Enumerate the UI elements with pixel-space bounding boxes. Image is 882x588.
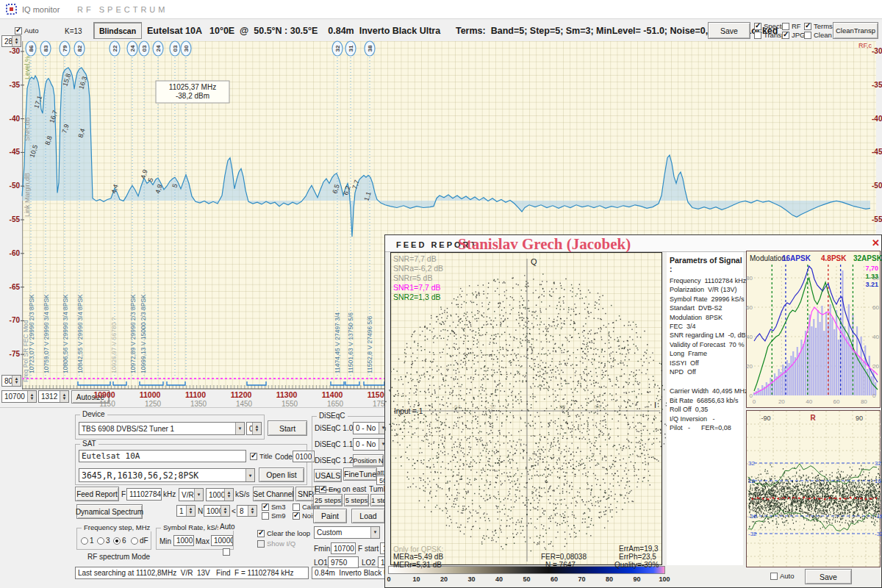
- finetune-button[interactable]: FineTune: [343, 467, 377, 481]
- tuner-dropdown[interactable]: TBS 6908 DVBS/S2 Tuner 1▼: [79, 422, 245, 435]
- blindscan-button[interactable]: Blindscan: [93, 22, 142, 39]
- sm9-checkbox[interactable]: Sm9: [262, 512, 286, 520]
- snr-line: SNRa=-6,2 dB: [393, 264, 443, 273]
- jpg-checkbox[interactable]: JPG: [782, 31, 805, 39]
- n-label: N: [198, 507, 203, 515]
- erram-label: ErrAm=19,3: [619, 545, 659, 553]
- radio-step-1[interactable]: 1: [81, 537, 94, 545]
- paint-button[interactable]: Paint: [313, 509, 347, 523]
- modulation-chart: 002020404060608080020406080Modulation:16…: [746, 251, 881, 408]
- n3-spinner[interactable]: 8▲▼: [237, 505, 257, 517]
- autosize-button[interactable]: Autosize: [71, 390, 110, 404]
- satellite-title: Eutelsat 10A 10°0E @ 50.5°N : 30.5°E 0.8…: [147, 26, 778, 36]
- show-iq-checkbox[interactable]: Show I/Q: [257, 539, 295, 548]
- radio-step-df[interactable]: dF: [131, 537, 148, 545]
- diseqc10-dropdown[interactable]: 0 - No▼: [353, 422, 388, 434]
- symbolrate-spinner[interactable]: 1000▲▼: [206, 488, 234, 501]
- svg-text:-50: -50: [10, 182, 21, 190]
- frequency-field[interactable]: 11102784: [126, 488, 162, 501]
- start-freq-spinner[interactable]: 10700▲▼: [1, 390, 37, 403]
- svg-text:-32: -32: [875, 531, 882, 537]
- fmin-field[interactable]: 10700: [331, 542, 356, 554]
- feed-report-button[interactable]: Feed Report: [75, 487, 119, 501]
- colorbar-tick: 60: [547, 576, 562, 583]
- steps-5-button[interactable]: 5 steps: [344, 494, 369, 506]
- colorbar-tick: 50: [520, 576, 534, 583]
- clear-loop-checkbox[interactable]: Clear the loop: [257, 529, 310, 537]
- svg-text:-32: -32: [487, 404, 496, 410]
- polarization-dropdown[interactable]: V/R▼: [179, 488, 204, 501]
- diseqc12-label: DiSEqC 1.2: [315, 456, 353, 465]
- svg-text:11200: 11200: [231, 390, 252, 399]
- auto-checkbox[interactable]: Auto: [15, 26, 39, 35]
- position-n-button[interactable]: Position N: [353, 454, 384, 467]
- svg-text:11100: 11100: [185, 390, 206, 399]
- svg-text:40: 40: [872, 334, 879, 340]
- clean-checkbox[interactable]: Clean: [804, 31, 832, 39]
- svg-text:-40: -40: [10, 115, 21, 123]
- svg-text:-16: -16: [875, 513, 882, 520]
- min-field[interactable]: 1000: [173, 535, 194, 546]
- open-list-button[interactable]: Open list: [259, 467, 304, 482]
- radio-step-6[interactable]: 6: [113, 537, 126, 545]
- svg-text:16: 16: [748, 478, 755, 484]
- lo1-field[interactable]: 9750: [328, 556, 359, 568]
- signal-params-panel: Parametrs of Signal : Frequency 11102784…: [667, 252, 743, 565]
- svg-text:-16: -16: [748, 513, 757, 520]
- svg-text:-32: -32: [748, 531, 757, 537]
- save-spectrum-button[interactable]: Save: [708, 22, 750, 39]
- start-button[interactable]: Start: [268, 420, 307, 436]
- diseqc11-dropdown[interactable]: 0 - No▼: [353, 438, 388, 451]
- ksps-label: kS/s: [235, 490, 249, 498]
- sm3-checkbox[interactable]: Sm3: [262, 503, 286, 511]
- svg-text:32APSK: 32APSK: [853, 254, 882, 262]
- colorbar-tick: 10: [409, 576, 424, 583]
- channel-dropdown[interactable]: 3645,R,16130,56,S2;8PSK▼: [79, 468, 255, 482]
- dynamical-spectrum-button[interactable]: Dynamical Spectrum: [76, 504, 143, 519]
- span-spinner[interactable]: 1312▲▼: [38, 390, 69, 403]
- svg-text:40: 40: [806, 398, 812, 405]
- feed-save-button[interactable]: Save: [805, 569, 852, 584]
- n1-spinner[interactable]: 1▲▼: [176, 505, 196, 517]
- cleantransp-button[interactable]: CleanTransp: [833, 22, 878, 39]
- merr-label: MERr=5,31 dB: [393, 561, 442, 569]
- svg-text:-35: -35: [10, 81, 21, 89]
- f-label: F: [121, 490, 126, 498]
- feed-report-window: FEED REPORT Stanislav Grech (Jacobek) ✕ …: [384, 234, 882, 588]
- radio-step-3[interactable]: 3: [97, 537, 110, 545]
- svg-text:90: 90: [856, 415, 863, 422]
- sat-name-field[interactable]: Eutelsat 10A: [79, 450, 246, 462]
- auto-sr-checkbox[interactable]: [223, 548, 230, 556]
- colorbar-tick: 80: [602, 576, 617, 583]
- svg-text:-60: -60: [10, 249, 21, 257]
- custom-dropdown[interactable]: Custom▼: [314, 526, 380, 539]
- title-checkbox[interactable]: Title: [250, 452, 273, 460]
- svg-text:-45: -45: [10, 148, 21, 156]
- usals-button[interactable]: USALS: [314, 469, 342, 482]
- rf-checkbox[interactable]: RF: [782, 22, 801, 30]
- colorbar-tick: 70: [575, 576, 589, 583]
- snr-overlay: SNR=7,7 dBSNRa=-6,2 dBSNRr=5 dBSNR1=7,7 …: [393, 254, 443, 302]
- phase-error-chart: 32321616-16-16-32-32-90R90: [746, 410, 881, 567]
- east-label: E <----- on east: [315, 485, 366, 493]
- max-field[interactable]: 10000: [211, 535, 233, 546]
- tuner-index-spinner[interactable]: 0▲▼: [246, 422, 262, 435]
- level-top-spinner[interactable]: 28▲▼: [1, 35, 21, 47]
- svg-text:1.33: 1.33: [865, 273, 878, 280]
- close-icon[interactable]: ✕: [872, 237, 880, 248]
- steps-25-button[interactable]: 25 steps: [313, 494, 343, 506]
- colorbar-tick: 90: [630, 576, 645, 583]
- n2-spinner[interactable]: 1000▲▼: [204, 505, 230, 517]
- svg-text:-30: -30: [10, 47, 21, 55]
- spectr-checkbox[interactable]: Spectr: [754, 22, 784, 30]
- app-icon: [6, 4, 17, 15]
- terms-checkbox[interactable]: Terms: [804, 22, 833, 30]
- svg-text:60: 60: [872, 304, 879, 311]
- load-button[interactable]: Load: [351, 509, 385, 523]
- svg-text:20: 20: [746, 363, 753, 370]
- feed-auto-checkbox[interactable]: Auto: [770, 572, 795, 580]
- set-channel-button[interactable]: Set Channel: [253, 487, 294, 501]
- colorbar-tick: 0: [381, 576, 396, 583]
- level-bottom-spinner[interactable]: 80▲▼: [1, 375, 21, 387]
- khz-label: kHz: [163, 490, 176, 498]
